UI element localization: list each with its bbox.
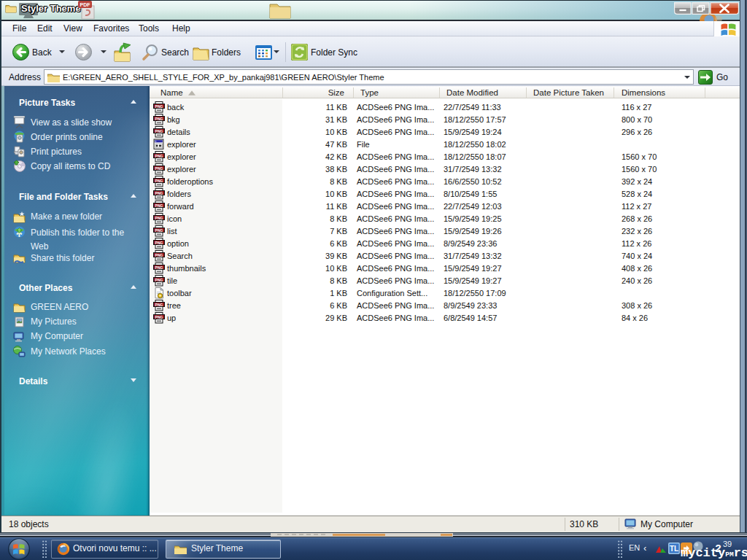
svg-text:TL: TL [670, 545, 678, 553]
svg-text:PNG: PNG [155, 253, 163, 257]
svg-text:PNG: PNG [155, 166, 163, 171]
svg-text:PNG: PNG [155, 216, 163, 220]
svg-text:PNG: PNG [155, 154, 163, 158]
svg-text:PNG: PNG [155, 104, 163, 109]
svg-text:PNG: PNG [155, 315, 163, 319]
svg-text:PNG: PNG [155, 129, 163, 133]
svg-text:PNG: PNG [155, 179, 163, 183]
svg-text:PNG: PNG [155, 278, 163, 282]
svg-text:PNG: PNG [155, 191, 163, 195]
svg-text:PNG: PNG [155, 203, 163, 208]
svg-text:PDF: PDF [80, 2, 91, 7]
svg-text:PNG: PNG [155, 265, 163, 270]
svg-text:PNG: PNG [155, 303, 163, 307]
svg-text:PNG: PNG [155, 117, 163, 121]
svg-text:PNG: PNG [155, 241, 163, 245]
svg-text:PNG: PNG [155, 228, 163, 233]
